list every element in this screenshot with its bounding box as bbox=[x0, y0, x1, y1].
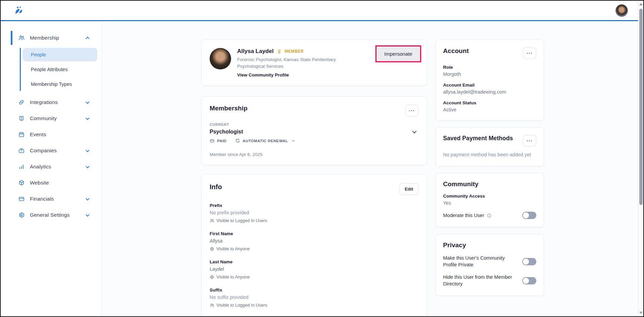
paid-tag: PAID bbox=[210, 138, 226, 143]
chevron-down-icon bbox=[86, 213, 89, 216]
sidebar-item-label: General Settings bbox=[30, 212, 86, 218]
privacy-card-title: Privacy bbox=[443, 242, 536, 249]
saved-payment-methods-card: Saved Payment Methods ··· No payment met… bbox=[435, 127, 544, 166]
credit-card-icon bbox=[18, 196, 25, 202]
sidebar-item-integrations[interactable]: Integrations bbox=[11, 94, 102, 110]
sidebar-item-financials[interactable]: Financials bbox=[11, 191, 102, 207]
sidebar-item-label: Membership bbox=[30, 35, 86, 41]
info-card: Info Edit Prefix No prefix provided Visi… bbox=[201, 174, 427, 317]
scrollbar-thumb[interactable] bbox=[639, 9, 643, 205]
visibility-text: Visible to Logged In Users bbox=[216, 303, 267, 308]
plan-name: Psychologist bbox=[210, 129, 243, 135]
profile-private-toggle[interactable] bbox=[522, 258, 536, 265]
sidebar-item-label: Financials bbox=[30, 196, 86, 202]
field-label: Suffix bbox=[210, 287, 419, 293]
payments-empty-text: No payment method has been added yet bbox=[443, 151, 536, 158]
sidebar-item-label: Events bbox=[30, 131, 89, 138]
sidebar-item-people-attributes[interactable]: People Attributes bbox=[23, 62, 97, 77]
app-window: Membership People People Attributes Memb… bbox=[0, 0, 644, 317]
sidebar: Membership People People Attributes Memb… bbox=[1, 21, 102, 317]
sidebar-item-events[interactable]: Events bbox=[11, 126, 102, 143]
field-suffix: Suffix No suffix provided Visible to Log… bbox=[210, 287, 419, 308]
gear-icon bbox=[18, 212, 25, 218]
sidebar-item-website[interactable]: Website bbox=[11, 175, 102, 191]
account-card: Account ··· Role Morgoth Account Email a… bbox=[435, 40, 544, 121]
scroll-up-arrow-icon[interactable] bbox=[639, 3, 643, 5]
users-icon bbox=[210, 218, 214, 223]
sidebar-item-label: Companies bbox=[30, 148, 86, 154]
user-avatar[interactable] bbox=[615, 4, 628, 17]
membership-plan-row[interactable]: Psychologist bbox=[210, 129, 419, 135]
chevron-down-icon bbox=[86, 116, 89, 120]
field-last-name: Last Name Laydel Visible to Anyone bbox=[210, 259, 419, 279]
field-label: First Name bbox=[210, 231, 419, 236]
profile-private-row: Make this User's Community Profile Priva… bbox=[443, 255, 536, 268]
sub-item-label: Membership Types bbox=[31, 82, 72, 87]
profile-header-card: Allysa Laydel MEMBER Forensic Psychologi… bbox=[201, 40, 427, 86]
edit-button[interactable]: Edit bbox=[399, 183, 419, 195]
sidebar-item-companies[interactable]: Companies bbox=[11, 143, 102, 159]
globe-icon bbox=[210, 247, 214, 251]
sidebar-item-community[interactable]: Community bbox=[11, 110, 102, 126]
membership-card-title: Membership bbox=[210, 105, 248, 112]
sidebar-item-membership[interactable]: Membership bbox=[11, 30, 102, 46]
current-label: CURRENT bbox=[210, 122, 419, 126]
link-icon bbox=[18, 99, 25, 106]
field-value: Laydel bbox=[210, 266, 419, 272]
profile-private-label: Make this User's Community Profile Priva… bbox=[443, 255, 515, 268]
sidebar-item-label: Analytics bbox=[30, 164, 86, 170]
tradewing-logo-icon[interactable] bbox=[14, 6, 23, 15]
field-value: Morgoth bbox=[443, 71, 536, 77]
chevron-down-icon bbox=[86, 164, 89, 168]
sidebar-item-analytics[interactable]: Analytics bbox=[11, 159, 102, 175]
field-account-email: Account Email allysa.laydel@tradewing.co… bbox=[443, 83, 536, 95]
automatic-renewal-tag[interactable]: AUTOMATIC RENEWAL bbox=[235, 138, 294, 143]
bar-chart-icon bbox=[18, 163, 25, 170]
payments-menu-button[interactable]: ··· bbox=[523, 135, 536, 147]
sidebar-item-label: Website bbox=[30, 180, 89, 186]
vertical-scrollbar[interactable] bbox=[638, 1, 643, 316]
field-prefix: Prefix No prefix provided Visible to Log… bbox=[210, 203, 419, 223]
scroll-down-arrow-icon[interactable] bbox=[639, 312, 643, 314]
chevron-down-icon[interactable] bbox=[412, 129, 417, 134]
sidebar-item-label: Integrations bbox=[30, 99, 86, 105]
member-since-text: Member since Apr 6, 2025 bbox=[210, 152, 419, 157]
privacy-card: Privacy Make this User's Community Profi… bbox=[435, 234, 544, 296]
users-icon bbox=[210, 303, 214, 308]
field-value: allysa.laydel@tradewing.com bbox=[443, 89, 536, 95]
view-community-profile-link[interactable]: View Community Profile bbox=[237, 72, 336, 77]
hide-from-directory-label: Hide this User from the Member Directory bbox=[443, 274, 515, 287]
field-preferred-name: Preferred Name bbox=[210, 316, 419, 317]
membership-menu-button[interactable]: ··· bbox=[405, 105, 419, 116]
chevron-up-icon bbox=[86, 37, 89, 40]
moderate-user-label: Moderate this User bbox=[443, 212, 484, 219]
field-label: Prefix bbox=[210, 203, 419, 208]
sidebar-item-people[interactable]: People bbox=[23, 48, 97, 61]
people-icon bbox=[18, 35, 25, 41]
briefcase-icon bbox=[18, 147, 25, 154]
field-value: No suffix provided bbox=[210, 295, 419, 300]
info-icon[interactable] bbox=[487, 213, 492, 218]
sidebar-item-general-settings[interactable]: General Settings bbox=[11, 207, 102, 223]
community-card: Community Community Access Yes Moderate … bbox=[435, 173, 544, 227]
cube-icon bbox=[18, 179, 25, 186]
account-menu-button[interactable]: ··· bbox=[523, 47, 536, 59]
credit-card-icon bbox=[210, 138, 215, 143]
chevron-down-icon bbox=[86, 100, 89, 104]
account-card-title: Account bbox=[443, 47, 469, 55]
hide-from-directory-row: Hide this User from the Member Directory bbox=[443, 274, 536, 287]
visibility-text: Visible to Anyone bbox=[216, 274, 250, 279]
globe-icon bbox=[210, 275, 214, 279]
moderate-user-toggle[interactable] bbox=[522, 212, 536, 219]
field-value: Allysa bbox=[210, 238, 419, 244]
book-icon bbox=[18, 115, 25, 122]
sidebar-item-membership-types[interactable]: Membership Types bbox=[23, 77, 97, 92]
chevron-down-icon bbox=[86, 197, 89, 200]
hide-from-directory-toggle[interactable] bbox=[522, 277, 536, 284]
community-card-title: Community bbox=[443, 180, 536, 188]
field-label: Account Email bbox=[443, 83, 536, 88]
calendar-icon bbox=[18, 131, 25, 138]
main-content: Allysa Laydel MEMBER Forensic Psychologi… bbox=[102, 21, 643, 317]
field-community-access: Community Access Yes bbox=[443, 194, 536, 206]
impersonate-button[interactable]: Impersonate bbox=[378, 48, 419, 60]
